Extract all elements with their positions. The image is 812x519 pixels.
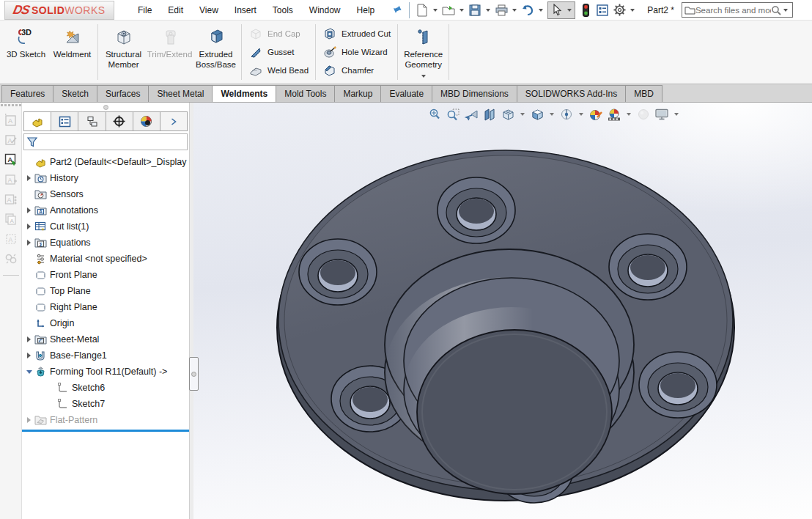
menu-tools[interactable]: Tools xyxy=(265,2,300,18)
bolt-hole[interactable] xyxy=(609,234,687,300)
tab-solidworks-add-ins[interactable]: SOLIDWORKS Add-Ins xyxy=(517,85,626,102)
tab-weldments[interactable]: Weldments xyxy=(212,85,276,102)
tree-item-sketch7[interactable]: Sketch7 xyxy=(22,396,189,412)
note-edit-icon[interactable]: A xyxy=(3,132,19,148)
section-view-icon[interactable] xyxy=(481,106,498,122)
tree-item-base-flange[interactable]: Base-Flange1 xyxy=(22,347,189,364)
tree-item-sheet-metal[interactable]: Sheet-Metal xyxy=(22,331,189,347)
displaymanager-tab[interactable] xyxy=(133,112,160,130)
chamfer-button[interactable]: Chamfer xyxy=(322,62,391,78)
tab-evaluate[interactable]: Evaluate xyxy=(380,85,432,102)
tree-item-history[interactable]: History xyxy=(22,170,189,186)
zoom-to-area-icon[interactable] xyxy=(445,106,461,122)
save-icon[interactable] xyxy=(467,2,483,18)
menu-edit[interactable]: Edit xyxy=(160,2,191,18)
tree-item-annotations[interactable]: A Annotations xyxy=(22,202,189,218)
tab-mbd[interactable]: MBD xyxy=(625,85,662,102)
save-dropdown[interactable] xyxy=(486,9,490,12)
tab-mbd-dimensions[interactable]: MBD Dimensions xyxy=(432,85,517,102)
manager-tab-overflow[interactable] xyxy=(160,112,187,130)
options-list-icon[interactable] xyxy=(594,2,610,18)
apply-scene-icon[interactable] xyxy=(606,106,622,122)
tree-item-sensors[interactable]: Sensors xyxy=(22,186,189,202)
reference-geometry-button[interactable]: Reference Geometry xyxy=(400,21,446,84)
rebuild-traffic-light-icon[interactable] xyxy=(577,2,594,18)
dimxpertmanager-tab[interactable] xyxy=(106,112,133,130)
note-pattern-icon[interactable]: A xyxy=(3,231,19,247)
structural-member-button[interactable]: Structural Member xyxy=(100,21,147,84)
open-dropdown[interactable] xyxy=(459,9,464,12)
apply-scene-dropdown[interactable] xyxy=(627,113,631,116)
bolt-hole[interactable] xyxy=(438,177,515,243)
print-dropdown[interactable] xyxy=(512,9,517,12)
settings-gear-icon[interactable] xyxy=(611,2,627,18)
hole-wizard-button[interactable]: Hole Wizard xyxy=(322,44,391,59)
featuremanager-tree-tab[interactable] xyxy=(24,112,51,130)
new-document-icon[interactable] xyxy=(414,2,430,18)
splitter-handle[interactable] xyxy=(189,357,199,391)
bolt-hole[interactable] xyxy=(639,352,717,418)
search-input[interactable] xyxy=(695,6,771,15)
print-icon[interactable] xyxy=(493,2,509,18)
extruded-boss-base-button[interactable]: Extruded Boss/Base xyxy=(193,21,239,84)
search-icon[interactable] xyxy=(771,5,781,15)
search-dropdown[interactable] xyxy=(783,9,788,12)
configurationmanager-tab[interactable] xyxy=(78,112,106,130)
zoom-to-fit-icon[interactable] xyxy=(427,106,443,122)
3d-sketch-button[interactable]: 3D 3D Sketch xyxy=(3,21,49,84)
tree-item-equations[interactable]: Σ Equations xyxy=(22,235,189,251)
note-group-icon[interactable]: A xyxy=(3,191,19,207)
tab-markup[interactable]: Markup xyxy=(334,85,381,102)
propertymanager-tab[interactable] xyxy=(51,112,78,130)
tree-item-origin[interactable]: Origin xyxy=(22,315,189,331)
select-dropdown[interactable] xyxy=(567,9,572,12)
menu-help[interactable]: Help xyxy=(350,2,383,18)
tree-filter[interactable] xyxy=(23,133,188,150)
part2-model[interactable] xyxy=(193,103,812,519)
extruded-cut-button[interactable]: Extruded Cut xyxy=(322,26,391,42)
expand-icon[interactable] xyxy=(27,240,31,246)
search-scope-folder-icon[interactable] xyxy=(684,6,695,15)
edit-appearance-icon[interactable] xyxy=(588,106,604,122)
reference-geometry-dropdown[interactable] xyxy=(421,75,426,78)
menu-window[interactable]: Window xyxy=(302,2,348,18)
tab-features[interactable]: Features xyxy=(1,85,53,102)
expand-icon[interactable] xyxy=(27,175,31,181)
menu-file[interactable]: File xyxy=(130,2,159,18)
tree-item-front-plane[interactable]: Front Plane xyxy=(22,267,189,283)
tab-sketch[interactable]: Sketch xyxy=(53,85,97,102)
menu-insert[interactable]: Insert xyxy=(227,2,264,18)
open-icon[interactable] xyxy=(440,2,457,18)
note-new-icon[interactable]: A xyxy=(3,112,19,128)
view-orientation-dropdown[interactable] xyxy=(520,113,525,116)
note-copy-icon[interactable]: A xyxy=(3,211,19,227)
graphics-area[interactable] xyxy=(193,103,812,519)
expand-icon[interactable] xyxy=(27,207,31,213)
hide-show-items-dropdown[interactable] xyxy=(579,113,583,116)
expand-icon[interactable] xyxy=(27,224,31,229)
search-box[interactable] xyxy=(682,2,793,18)
previous-view-icon[interactable] xyxy=(463,106,479,122)
undo-dropdown[interactable] xyxy=(539,9,543,12)
tree-item-cut-list[interactable]: Cut list(1) xyxy=(22,218,189,235)
bolt-hole[interactable] xyxy=(299,239,377,305)
view-orientation-icon[interactable] xyxy=(500,106,516,122)
note-select-icon[interactable]: A xyxy=(3,152,19,168)
pin-menu-icon[interactable] xyxy=(392,4,403,17)
tree-item-right-plane[interactable]: Right Plane xyxy=(22,299,189,315)
options-monitor-icon[interactable] xyxy=(654,106,670,122)
tree-item-material[interactable]: Material <not specified> xyxy=(22,251,189,267)
note-add-icon[interactable]: A xyxy=(3,172,19,188)
tree-item-top-plane[interactable]: Top Plane xyxy=(22,283,189,299)
tree-root-part2[interactable]: Part2 (Default<<Default>_Display Sta xyxy=(22,154,189,170)
options-monitor-dropdown[interactable] xyxy=(674,113,679,116)
menu-view[interactable]: View xyxy=(192,2,226,18)
gusset-button[interactable]: Gusset xyxy=(248,44,309,59)
tab-surfaces[interactable]: Surfaces xyxy=(97,85,149,102)
tree-item-sketch6[interactable]: Sketch6 xyxy=(22,380,189,396)
hide-show-items-icon[interactable] xyxy=(558,106,575,122)
undo-icon[interactable] xyxy=(520,2,536,18)
tab-mold-tools[interactable]: Mold Tools xyxy=(276,85,335,102)
tree-item-forming-tool[interactable]: Forming Tool R11(Default) -> xyxy=(22,364,189,380)
display-style-icon[interactable] xyxy=(529,106,545,122)
